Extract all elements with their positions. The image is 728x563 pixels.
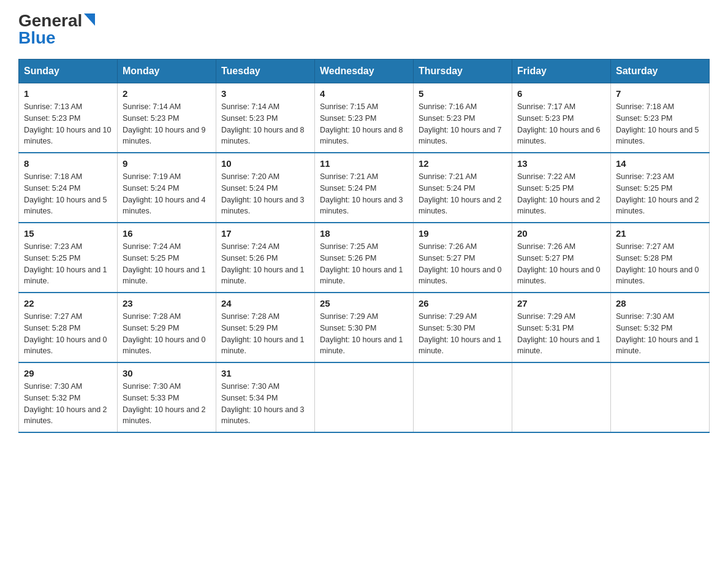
calendar-week-row: 8Sunrise: 7:18 AMSunset: 5:24 PMDaylight… xyxy=(19,153,710,223)
day-info: Sunrise: 7:30 AMSunset: 5:32 PMDaylight:… xyxy=(616,311,704,357)
day-number: 13 xyxy=(517,158,605,169)
calendar-cell: 30Sunrise: 7:30 AMSunset: 5:33 PMDayligh… xyxy=(118,362,216,432)
weekday-header-saturday: Saturday xyxy=(611,59,710,83)
day-info: Sunrise: 7:17 AMSunset: 5:23 PMDaylight:… xyxy=(517,101,605,147)
logo-triangle-icon xyxy=(84,13,95,26)
calendar-cell: 15Sunrise: 7:23 AMSunset: 5:25 PMDayligh… xyxy=(19,223,118,293)
day-info: Sunrise: 7:19 AMSunset: 5:24 PMDaylight:… xyxy=(123,171,211,217)
weekday-header-thursday: Thursday xyxy=(414,59,512,83)
day-info: Sunrise: 7:26 AMSunset: 5:27 PMDaylight:… xyxy=(419,241,507,287)
calendar-cell: 1Sunrise: 7:13 AMSunset: 5:23 PMDaylight… xyxy=(19,83,118,153)
day-info: Sunrise: 7:15 AMSunset: 5:23 PMDaylight:… xyxy=(320,101,408,147)
calendar-cell: 10Sunrise: 7:20 AMSunset: 5:24 PMDayligh… xyxy=(216,153,315,223)
calendar-cell: 21Sunrise: 7:27 AMSunset: 5:28 PMDayligh… xyxy=(611,223,710,293)
weekday-header-tuesday: Tuesday xyxy=(216,59,315,83)
day-info: Sunrise: 7:30 AMSunset: 5:33 PMDaylight:… xyxy=(123,381,211,427)
calendar-cell: 20Sunrise: 7:26 AMSunset: 5:27 PMDayligh… xyxy=(512,223,611,293)
day-number: 20 xyxy=(517,228,605,239)
calendar-cell: 3Sunrise: 7:14 AMSunset: 5:23 PMDaylight… xyxy=(216,83,315,153)
day-number: 7 xyxy=(616,88,704,99)
day-info: Sunrise: 7:18 AMSunset: 5:23 PMDaylight:… xyxy=(616,101,704,147)
day-number: 23 xyxy=(123,298,211,308)
calendar-cell: 14Sunrise: 7:23 AMSunset: 5:25 PMDayligh… xyxy=(611,153,710,223)
day-info: Sunrise: 7:28 AMSunset: 5:29 PMDaylight:… xyxy=(221,311,309,357)
calendar-cell: 7Sunrise: 7:18 AMSunset: 5:23 PMDaylight… xyxy=(611,83,710,153)
calendar-cell: 23Sunrise: 7:28 AMSunset: 5:29 PMDayligh… xyxy=(118,293,216,362)
calendar-cell: 5Sunrise: 7:16 AMSunset: 5:23 PMDaylight… xyxy=(414,83,512,153)
day-number: 14 xyxy=(616,158,704,169)
calendar-cell: 8Sunrise: 7:18 AMSunset: 5:24 PMDaylight… xyxy=(19,153,118,223)
day-number: 26 xyxy=(419,298,507,308)
calendar-cell: 16Sunrise: 7:24 AMSunset: 5:25 PMDayligh… xyxy=(118,223,216,293)
weekday-header-row: SundayMondayTuesdayWednesdayThursdayFrid… xyxy=(19,59,710,83)
day-info: Sunrise: 7:22 AMSunset: 5:25 PMDaylight:… xyxy=(517,171,605,217)
weekday-header-friday: Friday xyxy=(512,59,611,83)
day-info: Sunrise: 7:25 AMSunset: 5:26 PMDaylight:… xyxy=(320,241,408,287)
calendar-cell: 18Sunrise: 7:25 AMSunset: 5:26 PMDayligh… xyxy=(315,223,414,293)
day-number: 31 xyxy=(221,368,309,378)
calendar-cell: 27Sunrise: 7:29 AMSunset: 5:31 PMDayligh… xyxy=(512,293,611,362)
calendar-cell: 9Sunrise: 7:19 AMSunset: 5:24 PMDaylight… xyxy=(118,153,216,223)
day-info: Sunrise: 7:29 AMSunset: 5:31 PMDaylight:… xyxy=(517,311,605,357)
calendar-week-row: 22Sunrise: 7:27 AMSunset: 5:28 PMDayligh… xyxy=(19,293,710,362)
weekday-header-monday: Monday xyxy=(118,59,216,83)
day-number: 22 xyxy=(24,298,112,308)
calendar-cell: 2Sunrise: 7:14 AMSunset: 5:23 PMDaylight… xyxy=(118,83,216,153)
day-number: 10 xyxy=(221,158,309,169)
day-number: 28 xyxy=(616,298,704,308)
calendar-cell: 29Sunrise: 7:30 AMSunset: 5:32 PMDayligh… xyxy=(19,362,118,432)
calendar-cell xyxy=(611,362,710,432)
calendar-week-row: 29Sunrise: 7:30 AMSunset: 5:32 PMDayligh… xyxy=(19,362,710,432)
calendar-cell: 17Sunrise: 7:24 AMSunset: 5:26 PMDayligh… xyxy=(216,223,315,293)
day-info: Sunrise: 7:23 AMSunset: 5:25 PMDaylight:… xyxy=(24,241,112,287)
calendar-table: SundayMondayTuesdayWednesdayThursdayFrid… xyxy=(18,59,710,433)
day-number: 17 xyxy=(221,228,309,239)
calendar-cell xyxy=(512,362,611,432)
logo-blue-text: Blue xyxy=(18,29,56,47)
day-info: Sunrise: 7:29 AMSunset: 5:30 PMDaylight:… xyxy=(320,311,408,357)
logo: General Blue xyxy=(18,12,95,47)
day-info: Sunrise: 7:27 AMSunset: 5:28 PMDaylight:… xyxy=(616,241,704,287)
calendar-cell: 4Sunrise: 7:15 AMSunset: 5:23 PMDaylight… xyxy=(315,83,414,153)
day-number: 18 xyxy=(320,228,408,239)
day-info: Sunrise: 7:21 AMSunset: 5:24 PMDaylight:… xyxy=(320,171,408,217)
calendar-cell: 28Sunrise: 7:30 AMSunset: 5:32 PMDayligh… xyxy=(611,293,710,362)
day-number: 19 xyxy=(419,228,507,239)
logo-general-text: General xyxy=(18,12,82,29)
day-info: Sunrise: 7:29 AMSunset: 5:30 PMDaylight:… xyxy=(419,311,507,357)
day-info: Sunrise: 7:20 AMSunset: 5:24 PMDaylight:… xyxy=(221,171,309,217)
day-number: 25 xyxy=(320,298,408,308)
day-number: 3 xyxy=(221,88,309,99)
day-info: Sunrise: 7:14 AMSunset: 5:23 PMDaylight:… xyxy=(221,101,309,147)
day-number: 6 xyxy=(517,88,605,99)
weekday-header-wednesday: Wednesday xyxy=(315,59,414,83)
day-info: Sunrise: 7:23 AMSunset: 5:25 PMDaylight:… xyxy=(616,171,704,217)
day-number: 21 xyxy=(616,228,704,239)
calendar-week-row: 1Sunrise: 7:13 AMSunset: 5:23 PMDaylight… xyxy=(19,83,710,153)
day-info: Sunrise: 7:21 AMSunset: 5:24 PMDaylight:… xyxy=(419,171,507,217)
calendar-week-row: 15Sunrise: 7:23 AMSunset: 5:25 PMDayligh… xyxy=(19,223,710,293)
day-number: 1 xyxy=(24,88,112,99)
day-number: 12 xyxy=(419,158,507,169)
day-number: 8 xyxy=(24,158,112,169)
day-number: 4 xyxy=(320,88,408,99)
day-info: Sunrise: 7:13 AMSunset: 5:23 PMDaylight:… xyxy=(24,101,112,147)
day-number: 16 xyxy=(123,228,211,239)
day-info: Sunrise: 7:14 AMSunset: 5:23 PMDaylight:… xyxy=(123,101,211,147)
calendar-cell: 22Sunrise: 7:27 AMSunset: 5:28 PMDayligh… xyxy=(19,293,118,362)
day-number: 27 xyxy=(517,298,605,308)
calendar-cell: 31Sunrise: 7:30 AMSunset: 5:34 PMDayligh… xyxy=(216,362,315,432)
day-info: Sunrise: 7:18 AMSunset: 5:24 PMDaylight:… xyxy=(24,171,112,217)
calendar-cell: 12Sunrise: 7:21 AMSunset: 5:24 PMDayligh… xyxy=(414,153,512,223)
calendar-cell: 13Sunrise: 7:22 AMSunset: 5:25 PMDayligh… xyxy=(512,153,611,223)
day-number: 5 xyxy=(419,88,507,99)
day-info: Sunrise: 7:24 AMSunset: 5:25 PMDaylight:… xyxy=(123,241,211,287)
page-header: General Blue xyxy=(18,12,710,47)
day-info: Sunrise: 7:24 AMSunset: 5:26 PMDaylight:… xyxy=(221,241,309,287)
calendar-cell: 19Sunrise: 7:26 AMSunset: 5:27 PMDayligh… xyxy=(414,223,512,293)
day-number: 2 xyxy=(123,88,211,99)
calendar-cell: 25Sunrise: 7:29 AMSunset: 5:30 PMDayligh… xyxy=(315,293,414,362)
day-info: Sunrise: 7:16 AMSunset: 5:23 PMDaylight:… xyxy=(419,101,507,147)
weekday-header-sunday: Sunday xyxy=(19,59,118,83)
day-number: 11 xyxy=(320,158,408,169)
